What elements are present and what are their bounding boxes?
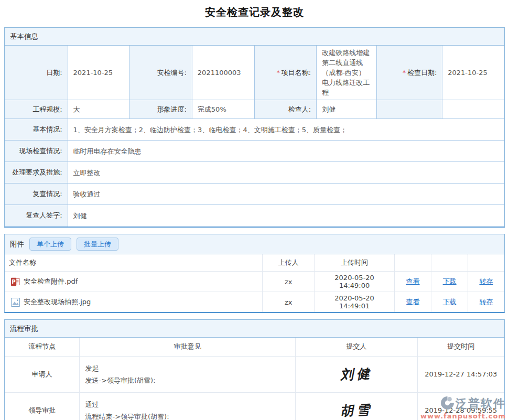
check-date-label-cell: *检查日期:	[377, 46, 442, 100]
basic-info-header: 基本信息	[5, 28, 504, 46]
submit-time-cell: 2019-12-28 09:59:55	[417, 392, 504, 420]
basic-situation-row: 基本情况: 1、安全月方案检查；2、临边防护检查；3、临电检查；4、文明施工检查…	[5, 119, 504, 141]
basic-info-section-title: 基本信息	[10, 28, 38, 45]
opinion-line1: 发起	[85, 362, 290, 374]
review-label-cell: 复查情况:	[5, 184, 68, 205]
measures-label: 处理要求及措施:	[12, 168, 62, 176]
reviewer-sign-label: 复查人签字:	[26, 211, 62, 219]
inspector-value: 刘健	[317, 100, 377, 119]
inspector-label: 检查人:	[288, 105, 311, 113]
upload-time-cell: 2020-05-20 14:49:01	[315, 292, 394, 313]
basic-info-table: 日期: 2021-10-25 安检编号: 2021100003 *项目名称: 改…	[5, 46, 504, 227]
inspector-label-cell: 检查人:	[254, 100, 316, 119]
basic-info-panel: 基本信息 日期: 2021-10-25 安检编号: 2021100003 *项目…	[4, 27, 505, 228]
project-name-label: 项目名称:	[281, 69, 311, 77]
action-column-header	[394, 254, 431, 272]
check-date-label: 检查日期:	[407, 69, 437, 77]
uploader-cell: zx	[263, 292, 315, 313]
date-value: 2021-10-25	[68, 46, 129, 100]
approval-row-leader: 领导审批 通过 流程结束->领导审批(胡雪): 胡雪 2019-12-28 09…	[5, 392, 504, 420]
attachments-header-row: 文件名称 上传人 上传时间	[5, 254, 504, 272]
empty-label-cell	[377, 100, 442, 119]
transfer-link[interactable]: 转存	[479, 277, 493, 285]
measures-value: 立即整改	[68, 162, 504, 184]
opinion-column-header: 审批意见	[80, 338, 296, 356]
upload-time-column-header: 上传时间	[315, 254, 394, 272]
attachments-panel: 附件 单个上传 批量上传 文件名称 上传人 上传时间	[4, 234, 505, 314]
single-upload-button[interactable]: 单个上传	[29, 238, 71, 251]
submitter-cell: 刘健	[296, 356, 418, 392]
download-link[interactable]: 下载	[443, 298, 457, 306]
submit-time-column-header: 提交时间	[417, 338, 504, 356]
date-label-cell: 日期:	[5, 46, 68, 100]
approval-section-title: 流程审批	[10, 320, 38, 337]
site-check-row: 现场检查情况: 临时用电存在安全隐患	[5, 141, 504, 162]
opinion-line1: 通过	[85, 399, 290, 411]
action-column-header	[431, 254, 468, 272]
progress-label-cell: 形象进度:	[129, 100, 192, 119]
attachments-section-title: 附件	[10, 235, 24, 253]
required-marker: *	[277, 69, 280, 77]
batch-upload-button[interactable]: 批量上传	[77, 238, 118, 251]
opinion-cell: 通过 流程结束->领导审批(胡雪):	[80, 392, 296, 420]
measures-label-cell: 处理要求及措施:	[5, 162, 68, 184]
empty-value-cell	[442, 100, 504, 119]
progress-label: 形象进度:	[157, 105, 186, 113]
site-check-label-cell: 现场检查情况:	[5, 141, 68, 162]
node-cell: 领导审批	[5, 392, 80, 420]
basic-info-row-2: 工程规模: 大 形象进度: 完成50% 检查人: 刘健	[5, 100, 504, 119]
opinion-line2: 流程结束->领导审批(胡雪):	[85, 411, 290, 420]
approval-table: 流程节点 审批意见 提交人 提交时间 申请人 发起 发送->领导审批(胡雪): …	[5, 338, 504, 420]
basic-situation-value: 1、安全月方案检查；2、临边防护检查；3、临电检查；4、文明施工检查；5、质量检…	[68, 119, 504, 141]
opinion-cell: 发起 发送->领导审批(胡雪):	[80, 356, 296, 392]
review-row: 复查情况: 验收通过	[5, 184, 504, 205]
required-marker: *	[403, 69, 406, 77]
image-file-icon	[11, 298, 20, 307]
uploader-column-header: 上传人	[263, 254, 315, 272]
approval-header-row: 流程节点 审批意见 提交人 提交时间	[5, 338, 504, 356]
node-cell: 申请人	[5, 356, 80, 392]
reviewer-sign-label-cell: 复查人签字:	[5, 205, 68, 227]
pdf-file-icon: P	[11, 277, 20, 286]
basic-info-row-1: 日期: 2021-10-25 安检编号: 2021100003 *项目名称: 改…	[5, 46, 504, 100]
submit-time-cell: 2019-12-27 14:57:03	[417, 356, 504, 392]
basic-situation-label-cell: 基本情况:	[5, 119, 68, 141]
attachments-table: 文件名称 上传人 上传时间	[5, 254, 504, 313]
project-name-label-cell: *项目名称:	[254, 46, 316, 100]
project-scale-value: 大	[68, 100, 129, 119]
file-name[interactable]: 安全整改现场拍照.jpg	[24, 297, 91, 307]
inspection-no-label: 安检编号:	[157, 69, 186, 77]
page: 安全检查记录及整改 基本信息 日期: 2021-10-25 安检编号: 2021…	[0, 0, 509, 420]
node-column-header: 流程节点	[5, 338, 80, 356]
svg-text:P: P	[12, 279, 16, 285]
opinion-line2: 发送->领导审批(胡雪):	[85, 374, 290, 386]
project-scale-label-cell: 工程规模:	[5, 100, 68, 119]
attachment-row-pdf: P 安全检查附件.pdf zx 2020-05-20 14:49:00 查看 下…	[5, 272, 504, 292]
download-link[interactable]: 下载	[443, 277, 457, 285]
file-name[interactable]: 安全检查附件.pdf	[24, 277, 78, 286]
file-name-cell: P 安全检查附件.pdf	[5, 272, 263, 292]
review-value: 验收通过	[68, 184, 504, 205]
page-title: 安全检查记录及整改	[4, 5, 505, 19]
submitter-signature: 刘健	[340, 364, 373, 383]
attachments-header: 附件 单个上传 批量上传	[5, 234, 504, 254]
check-date-value: 2021-10-25	[442, 46, 504, 100]
action-column-header	[468, 254, 504, 272]
submitter-column-header: 提交人	[296, 338, 418, 356]
date-label: 日期:	[46, 69, 62, 77]
uploader-cell: zx	[263, 272, 315, 292]
project-name-value: 改建铁路线增建第二线直通线（成都-西安）电力线路迁改工程	[317, 46, 377, 100]
file-name-column-header: 文件名称	[5, 254, 263, 272]
view-link[interactable]: 查看	[406, 277, 420, 285]
site-check-value: 临时用电存在安全隐患	[68, 141, 504, 162]
basic-situation-label: 基本情况:	[33, 125, 62, 133]
reviewer-sign-row: 复查人签字: 刘健	[5, 205, 504, 227]
site-check-label: 现场检查情况:	[19, 147, 62, 155]
submitter-signature: 胡雪	[340, 401, 373, 420]
file-name-cell: 安全整改现场拍照.jpg	[5, 292, 263, 313]
view-link[interactable]: 查看	[406, 298, 420, 306]
attachment-row-image: 安全整改现场拍照.jpg zx 2020-05-20 14:49:01 查看 下…	[5, 292, 504, 313]
reviewer-sign-value: 刘健	[68, 205, 504, 227]
approval-header: 流程审批	[5, 320, 504, 338]
transfer-link[interactable]: 转存	[479, 298, 493, 306]
